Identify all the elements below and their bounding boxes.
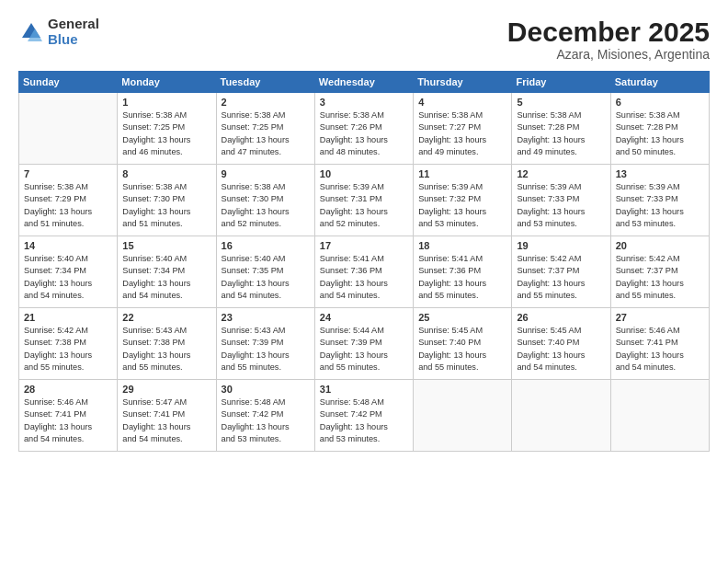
sunset: Sunset: 7:25 PM — [222, 122, 284, 132]
sunset: Sunset: 7:40 PM — [517, 338, 579, 347]
calendar-cell: 11Sunrise: 5:39 AMSunset: 7:32 PMDayligh… — [414, 165, 512, 236]
daylight-hours: Daylight: 13 hours — [122, 207, 190, 216]
calendar-cell — [512, 380, 610, 452]
col-saturday: Saturday — [610, 72, 709, 93]
calendar-week-4: 28Sunrise: 5:46 AMSunset: 7:41 PMDayligh… — [19, 380, 710, 452]
calendar-cell: 21Sunrise: 5:42 AMSunset: 7:38 PMDayligh… — [19, 308, 118, 380]
sunset: Sunset: 7:41 PM — [616, 338, 678, 347]
calendar-week-3: 21Sunrise: 5:42 AMSunset: 7:38 PMDayligh… — [19, 308, 710, 380]
daylight-minutes: and 53 minutes. — [616, 219, 676, 228]
daylight-minutes: and 54 minutes. — [122, 434, 182, 443]
col-friday: Friday — [512, 72, 610, 93]
daylight-minutes: and 54 minutes. — [24, 434, 84, 443]
cell-info: Sunrise: 5:42 AMSunset: 7:37 PMDaylight:… — [517, 253, 605, 302]
sunrise: Sunrise: 5:48 AM — [320, 397, 384, 407]
day-number: 5 — [517, 97, 605, 108]
col-monday: Monday — [118, 72, 216, 93]
calendar-cell: 20Sunrise: 5:42 AMSunset: 7:37 PMDayligh… — [610, 236, 709, 308]
cell-info: Sunrise: 5:40 AMSunset: 7:35 PMDaylight:… — [222, 253, 310, 302]
page: General Blue December 2025 Azara, Mision… — [0, 0, 728, 563]
daylight-minutes: and 55 minutes. — [517, 291, 576, 300]
daylight-hours: Daylight: 13 hours — [24, 207, 92, 216]
sunrise: Sunrise: 5:39 AM — [418, 182, 483, 191]
calendar-cell: 17Sunrise: 5:41 AMSunset: 7:36 PMDayligh… — [314, 236, 413, 308]
calendar-week-0: 1Sunrise: 5:38 AMSunset: 7:25 PMDaylight… — [19, 93, 710, 165]
sunset: Sunset: 7:41 PM — [122, 409, 185, 419]
calendar-cell: 19Sunrise: 5:42 AMSunset: 7:37 PMDayligh… — [512, 236, 610, 308]
calendar-cell — [610, 380, 709, 452]
daylight-hours: Daylight: 13 hours — [122, 422, 190, 431]
day-number: 6 — [616, 97, 704, 108]
daylight-minutes: and 52 minutes. — [320, 219, 380, 228]
day-number: 30 — [222, 384, 310, 395]
daylight-minutes: and 53 minutes. — [222, 434, 281, 443]
day-number: 23 — [222, 312, 310, 323]
sunrise: Sunrise: 5:40 AM — [222, 254, 286, 263]
cell-info: Sunrise: 5:39 AMSunset: 7:31 PMDaylight:… — [320, 181, 408, 230]
sunset: Sunset: 7:29 PM — [24, 194, 86, 203]
sunset: Sunset: 7:34 PM — [122, 266, 185, 275]
daylight-hours: Daylight: 13 hours — [122, 279, 190, 288]
sunrise: Sunrise: 5:44 AM — [320, 326, 384, 335]
sunset: Sunset: 7:33 PM — [616, 194, 678, 203]
sunrise: Sunrise: 5:46 AM — [24, 397, 88, 407]
daylight-minutes: and 54 minutes. — [517, 362, 576, 372]
title-block: December 2025 Azara, Misiones, Argentina — [507, 17, 710, 62]
sunrise: Sunrise: 5:40 AM — [122, 254, 187, 263]
sunset: Sunset: 7:32 PM — [418, 194, 481, 203]
calendar-cell: 1Sunrise: 5:38 AMSunset: 7:25 PMDaylight… — [118, 93, 216, 165]
daylight-minutes: and 51 minutes. — [24, 219, 84, 228]
sunset: Sunset: 7:36 PM — [320, 266, 382, 275]
day-number: 19 — [517, 240, 605, 251]
calendar-cell: 7Sunrise: 5:38 AMSunset: 7:29 PMDaylight… — [19, 165, 118, 236]
day-number: 3 — [320, 97, 408, 108]
cell-info: Sunrise: 5:40 AMSunset: 7:34 PMDaylight:… — [122, 253, 210, 302]
sunset: Sunset: 7:28 PM — [616, 122, 678, 132]
cell-info: Sunrise: 5:43 AMSunset: 7:39 PMDaylight:… — [222, 325, 310, 373]
daylight-hours: Daylight: 13 hours — [418, 279, 486, 288]
daylight-minutes: and 53 minutes. — [320, 434, 380, 443]
sunrise: Sunrise: 5:48 AM — [222, 397, 286, 407]
daylight-hours: Daylight: 13 hours — [517, 279, 585, 288]
daylight-minutes: and 50 minutes. — [616, 147, 676, 156]
cell-info: Sunrise: 5:38 AMSunset: 7:30 PMDaylight:… — [222, 181, 310, 230]
sunrise: Sunrise: 5:45 AM — [418, 326, 483, 335]
sunset: Sunset: 7:37 PM — [517, 266, 579, 275]
calendar-cell — [414, 380, 512, 452]
cell-info: Sunrise: 5:45 AMSunset: 7:40 PMDaylight:… — [418, 325, 506, 373]
sunset: Sunset: 7:25 PM — [122, 122, 185, 132]
daylight-minutes: and 52 minutes. — [222, 219, 281, 228]
daylight-hours: Daylight: 13 hours — [517, 135, 585, 144]
sunrise: Sunrise: 5:42 AM — [616, 254, 680, 263]
calendar-cell: 12Sunrise: 5:39 AMSunset: 7:33 PMDayligh… — [512, 165, 610, 236]
daylight-minutes: and 54 minutes. — [122, 291, 182, 300]
day-number: 2 — [222, 97, 310, 108]
sunset: Sunset: 7:42 PM — [320, 409, 382, 419]
daylight-hours: Daylight: 13 hours — [222, 422, 290, 431]
sunset: Sunset: 7:39 PM — [222, 338, 284, 347]
sunrise: Sunrise: 5:39 AM — [616, 182, 680, 191]
day-number: 17 — [320, 240, 408, 251]
day-number: 22 — [122, 312, 210, 323]
day-number: 10 — [320, 168, 408, 179]
calendar-cell: 3Sunrise: 5:38 AMSunset: 7:26 PMDaylight… — [314, 93, 413, 165]
cell-info: Sunrise: 5:46 AMSunset: 7:41 PMDaylight:… — [616, 325, 704, 373]
daylight-hours: Daylight: 13 hours — [616, 135, 684, 144]
daylight-minutes: and 55 minutes. — [222, 362, 281, 372]
daylight-hours: Daylight: 13 hours — [222, 279, 290, 288]
calendar-cell: 8Sunrise: 5:38 AMSunset: 7:30 PMDaylight… — [118, 165, 216, 236]
cell-info: Sunrise: 5:43 AMSunset: 7:38 PMDaylight:… — [122, 325, 210, 373]
daylight-hours: Daylight: 13 hours — [24, 350, 92, 360]
calendar-cell: 14Sunrise: 5:40 AMSunset: 7:34 PMDayligh… — [19, 236, 118, 308]
sunset: Sunset: 7:35 PM — [222, 266, 284, 275]
cell-info: Sunrise: 5:45 AMSunset: 7:40 PMDaylight:… — [517, 325, 605, 373]
sunrise: Sunrise: 5:47 AM — [122, 397, 187, 407]
sunrise: Sunrise: 5:38 AM — [122, 182, 187, 191]
day-number: 13 — [616, 168, 704, 179]
day-number: 1 — [122, 97, 210, 108]
sunrise: Sunrise: 5:43 AM — [122, 326, 187, 335]
day-number: 7 — [24, 168, 112, 179]
col-thursday: Thursday — [414, 72, 512, 93]
calendar-cell: 13Sunrise: 5:39 AMSunset: 7:33 PMDayligh… — [610, 165, 709, 236]
calendar-table: Sunday Monday Tuesday Wednesday Thursday… — [18, 71, 710, 452]
